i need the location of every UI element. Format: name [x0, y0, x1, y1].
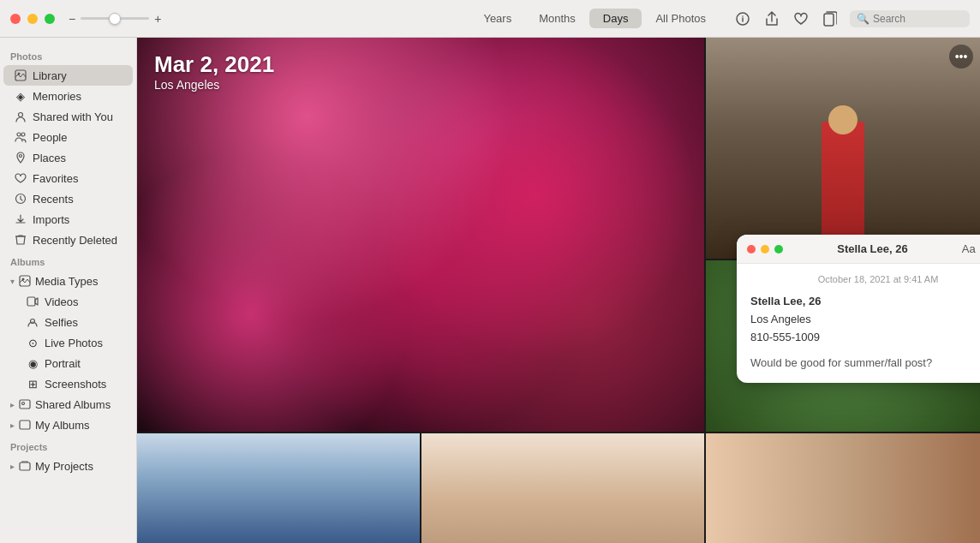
albums-section-label: Albums [0, 250, 136, 271]
shared-albums-label: Shared Albums [35, 398, 111, 411]
svg-point-6 [19, 113, 23, 117]
sidebar-item-recently-deleted[interactable]: Recently Deleted [3, 230, 133, 250]
sidebar-group-my-albums[interactable]: ▸ My Albums [3, 415, 133, 435]
people-label: People [33, 131, 67, 144]
share-icon[interactable] [762, 9, 781, 28]
right-top-photo-bg [706, 38, 980, 259]
chevron-right-icon: ▸ [10, 400, 15, 409]
chevron-right-icon2: ▸ [10, 421, 15, 430]
selfies-label: Selfies [45, 316, 78, 329]
sidebar-item-places[interactable]: Places [3, 147, 133, 168]
note-caption: Would be good for summer/fall post? [750, 355, 980, 373]
sidebar-item-shared-with-you[interactable]: Shared with You [3, 106, 133, 127]
svg-point-2 [742, 15, 744, 17]
svg-rect-17 [20, 421, 30, 429]
bottom-photo-2[interactable] [421, 433, 704, 543]
svg-point-8 [21, 133, 25, 136]
tab-days[interactable]: Days [589, 9, 642, 28]
sidebar-item-videos[interactable]: Videos [3, 291, 133, 312]
videos-label: Videos [45, 295, 79, 308]
note-content: October 18, 2021 at 9:41 AM Stella Lee, … [737, 264, 980, 383]
sidebar-item-portrait[interactable]: ◉ Portrait [3, 353, 133, 373]
library-icon [14, 69, 27, 82]
right-bottom-photo-bg [706, 433, 980, 543]
bottom-row [137, 433, 704, 543]
zoom-slider-thumb[interactable] [109, 13, 121, 25]
titlebar: − + Years Months Days All Photos [0, 0, 980, 38]
note-body: Stella Lee, 26 Los Angeles 810-555-1009 … [750, 293, 980, 373]
people-icon [14, 130, 27, 144]
note-person-name: Stella Lee, 26 [750, 293, 980, 311]
sidebar-group-shared-albums[interactable]: ▸ Shared Albums [3, 394, 133, 415]
sidebar-item-recents[interactable]: Recents [3, 188, 133, 209]
bottom-photo-2-bg [421, 433, 704, 543]
zoom-minus-button[interactable]: − [69, 12, 75, 26]
content-area: Mar 2, 2021 Los Angeles ••• [137, 38, 980, 543]
library-label: Library [33, 69, 67, 82]
tab-months[interactable]: Months [525, 9, 589, 28]
screenshots-icon: ⊞ [26, 377, 39, 391]
recents-icon [14, 192, 27, 206]
more-options-button[interactable]: ••• [949, 45, 973, 69]
zoom-slider[interactable] [81, 17, 149, 20]
shared-with-you-icon [14, 110, 27, 123]
svg-rect-15 [20, 400, 30, 409]
svg-rect-18 [20, 462, 30, 470]
right-bottom-photo[interactable] [706, 433, 980, 543]
sidebar-item-selfies[interactable]: Selfies [3, 312, 133, 332]
sidebar-item-favorites[interactable]: Favorites [3, 168, 133, 188]
note-minimize-button[interactable] [761, 245, 769, 254]
sidebar-group-my-projects[interactable]: ▸ My Projects [3, 456, 133, 476]
nav-tabs: Years Months Days All Photos [469, 9, 720, 28]
heart-icon[interactable] [792, 9, 810, 28]
videos-icon [26, 295, 39, 308]
note-maximize-button[interactable] [774, 245, 783, 254]
my-albums-icon [18, 418, 32, 432]
live-photos-icon: ⊙ [26, 336, 39, 349]
right-top-photo[interactable]: ••• [706, 38, 980, 259]
photo-date: Mar 2, 2021 [154, 51, 274, 78]
close-button[interactable] [10, 14, 21, 24]
my-projects-icon [18, 459, 32, 473]
sidebar-item-people[interactable]: People [3, 127, 133, 147]
chevron-right-icon3: ▸ [10, 462, 15, 471]
maximize-button[interactable] [45, 14, 55, 24]
main-photo-bg [137, 38, 704, 432]
imports-label: Imports [33, 213, 69, 226]
note-phone: 810-555-1009 [750, 329, 980, 347]
sidebar-item-screenshots[interactable]: ⊞ Screenshots [3, 373, 133, 394]
places-label: Places [33, 152, 66, 164]
bottom-photo-1[interactable] [137, 433, 420, 543]
media-types-icon [18, 274, 32, 288]
sidebar-item-memories[interactable]: ◈ Memories [3, 86, 133, 106]
portrait-icon: ◉ [26, 356, 39, 370]
main-area: Photos Library ◈ Memories Shared [0, 38, 980, 543]
search-input[interactable] [873, 13, 963, 25]
sidebar-item-library[interactable]: Library [3, 65, 133, 86]
main-photo[interactable]: Mar 2, 2021 Los Angeles [137, 38, 704, 432]
imports-icon [14, 212, 27, 226]
info-icon[interactable] [733, 9, 752, 28]
zoom-control: − + [69, 12, 161, 26]
copy-icon[interactable] [821, 9, 840, 28]
note-title: Stella Lee, 26 [790, 242, 955, 255]
sidebar-item-imports[interactable]: Imports [3, 209, 133, 230]
tab-all-photos[interactable]: All Photos [642, 9, 720, 28]
tab-years[interactable]: Years [469, 9, 525, 28]
search-icon: 🔍 [857, 13, 869, 25]
note-close-button[interactable] [747, 245, 756, 254]
my-albums-label: My Albums [35, 419, 90, 432]
note-font-icon[interactable]: Aa [962, 242, 976, 255]
minimize-button[interactable] [27, 14, 38, 24]
portrait-label: Portrait [45, 357, 81, 370]
zoom-plus-button[interactable]: + [154, 12, 161, 26]
note-traffic-lights [747, 245, 783, 254]
photo-grid[interactable]: Mar 2, 2021 Los Angeles ••• [137, 38, 980, 543]
sidebar-group-media-types[interactable]: ▾ Media Types [3, 271, 133, 291]
bottom-photo-1-bg [137, 433, 420, 543]
shared-with-you-label: Shared with You [33, 110, 113, 123]
search-box[interactable]: 🔍 [850, 10, 970, 27]
memories-icon: ◈ [14, 89, 27, 103]
note-toolbar-icons: Aa » [962, 242, 980, 256]
sidebar-item-live-photos[interactable]: ⊙ Live Photos [3, 332, 133, 353]
